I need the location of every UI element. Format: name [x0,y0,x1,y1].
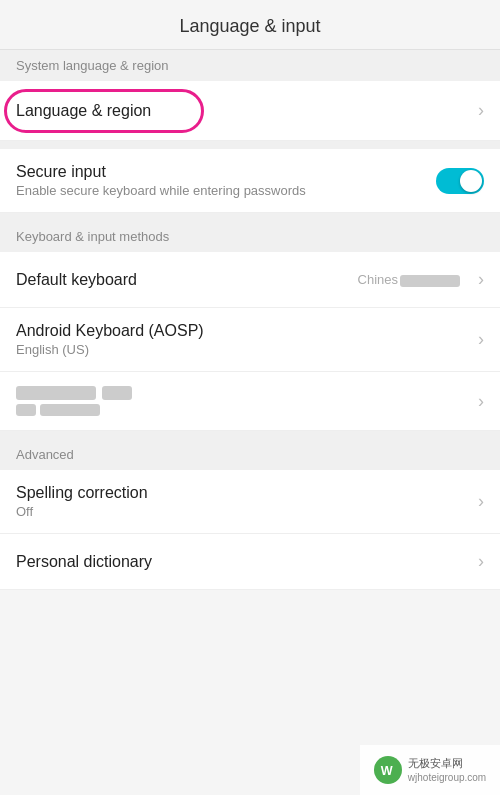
watermark: W 无极安卓网 wjhoteigroup.com [360,745,500,795]
secure-input-toggle[interactable] [436,168,484,194]
section-system-language: System language & region [0,50,500,81]
blurred-title-block [16,386,96,400]
chevron-right-icon: › [478,391,484,412]
spelling-correction-content: Spelling correction Off [16,484,470,519]
android-keyboard-title: Android Keyboard (AOSP) [16,322,470,340]
secure-input-title: Secure input [16,163,436,181]
svg-text:W: W [381,764,393,778]
spelling-correction-item[interactable]: Spelling correction Off › [0,470,500,534]
chevron-right-icon: › [478,329,484,350]
page-title: Language & input [179,16,320,36]
spacer-1 [0,141,500,149]
spacer-2 [0,213,500,221]
page-header: Language & input [0,0,500,50]
blurred-content [16,386,470,416]
section-advanced: Advanced [0,439,500,470]
chevron-right-icon: › [478,100,484,121]
default-keyboard-title: Default keyboard [16,271,358,289]
blurred-item[interactable]: › [0,372,500,431]
blurred-title-block2 [102,386,132,400]
blurred-title-row [16,386,470,400]
section-keyboard-input: Keyboard & input methods [0,221,500,252]
spelling-correction-subtitle: Off [16,504,470,519]
language-region-item[interactable]: Language & region › [0,81,500,141]
secure-input-subtitle: Enable secure keyboard while entering pa… [16,183,436,198]
personal-dictionary-title: Personal dictionary [16,553,470,571]
chevron-right-icon: › [478,269,484,290]
android-keyboard-item[interactable]: Android Keyboard (AOSP) English (US) › [0,308,500,372]
default-keyboard-item[interactable]: Default keyboard Chines › [0,252,500,308]
blurred-subtitle-block [16,404,36,416]
spelling-correction-title: Spelling correction [16,484,470,502]
personal-dictionary-content: Personal dictionary [16,553,470,571]
language-region-title: Language & region [16,102,470,120]
watermark-logo: W [374,756,402,784]
chevron-right-icon: › [478,491,484,512]
watermark-text: 无极安卓网 wjhoteigroup.com [408,756,486,783]
spacer-3 [0,431,500,439]
toggle-knob [460,170,482,192]
blurred-subtitle-block2 [40,404,100,416]
default-keyboard-value: Chines [358,272,462,287]
android-keyboard-subtitle: English (US) [16,342,470,357]
secure-input-item[interactable]: Secure input Enable secure keyboard whil… [0,149,500,213]
android-keyboard-content: Android Keyboard (AOSP) English (US) [16,322,470,357]
secure-input-content: Secure input Enable secure keyboard whil… [16,163,436,198]
chevron-right-icon: › [478,551,484,572]
default-keyboard-content: Default keyboard [16,271,358,289]
blurred-subtitle-row [16,404,470,416]
default-keyboard-right: Chines › [358,269,484,290]
personal-dictionary-item[interactable]: Personal dictionary › [0,534,500,590]
language-region-content: Language & region [16,102,470,120]
